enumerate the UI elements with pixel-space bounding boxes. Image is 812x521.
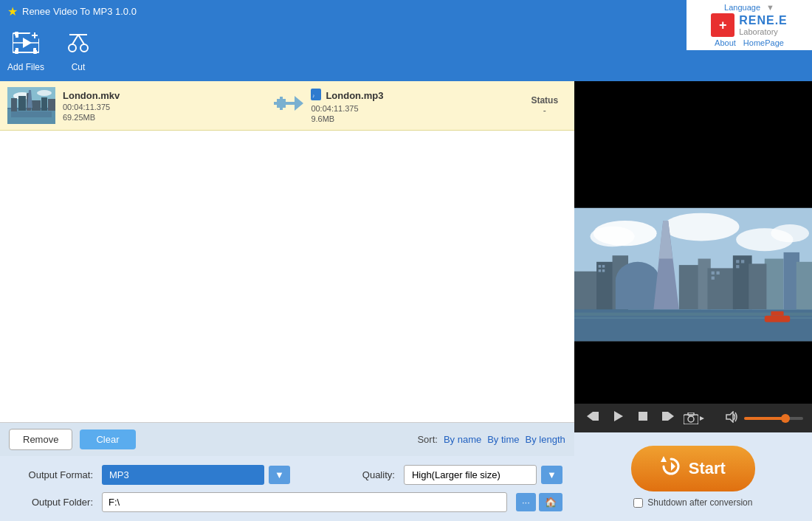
app-title: Renee Video To MP3 1.0.0 [22,6,771,17]
quality-label: Quality: [314,469,395,480]
player-controls [574,404,812,432]
svg-marker-86 [661,456,667,462]
cut-button[interactable]: Cut [66,32,90,72]
file-list-area: London.mkv 00:04:11.375 69.25MB [0,81,574,423]
start-label: Start [689,459,726,478]
svg-rect-76 [593,412,599,421]
format-select[interactable]: MP3 [102,465,264,485]
svg-rect-64 [771,311,783,316]
format-row: Output Format: MP3 ▼ Quality: High(Large… [12,465,562,485]
svg-rect-24 [11,98,17,111]
clear-button[interactable]: Clear [80,429,135,449]
source-file-size: 69.25MB [63,113,266,122]
svg-point-44 [771,224,809,242]
format-select-wrap: MP3 ▼ [102,465,290,485]
sort-by-time-link[interactable]: By time [487,434,519,445]
add-files-icon [13,32,39,59]
svg-rect-63 [765,316,790,322]
preview-top-strip [574,81,812,190]
output-file-duration: 00:04:11.375 [311,104,515,113]
output-file-name: London.mp3 [326,90,383,101]
left-panel: London.mkv 00:04:11.375 69.25MB [0,81,574,521]
svg-rect-25 [18,96,26,111]
quality-select[interactable]: High(Larger file size) [404,465,537,485]
svg-marker-75 [587,412,593,421]
shutdown-label: Shutdown after conversion [647,497,752,508]
file-thumbnail [7,87,55,124]
format-dropdown-arrow[interactable]: ▼ [269,466,290,484]
cut-icon [66,32,90,59]
main-layout: London.mkv 00:04:11.375 69.25MB [0,81,812,521]
svg-rect-7 [14,35,16,38]
brand-sub: Laboratory [739,27,788,36]
brand-bottom-links: About HomePage [715,38,784,47]
language-link[interactable]: Language [724,3,760,12]
svg-rect-9 [14,47,16,50]
app-logo-icon: ★ [7,4,18,18]
svg-rect-78 [639,412,647,421]
svg-rect-35 [283,99,286,108]
remove-button[interactable]: Remove [9,429,72,450]
status-value: - [523,106,567,116]
output-settings: Output Format: MP3 ▼ Quality: High(Large… [0,456,574,521]
play-button[interactable] [608,408,627,428]
svg-rect-68 [602,269,605,272]
title-bar: ★ Renee Video To MP3 1.0.0 Language ▼ + … [0,0,812,22]
svg-marker-6 [23,38,32,48]
svg-rect-59 [749,263,766,309]
svg-text:♪: ♪ [312,93,315,98]
shutdown-checkbox[interactable] [633,498,643,508]
svg-rect-74 [736,265,739,268]
brand-top-links: Language ▼ [724,3,774,12]
screenshot-button[interactable] [684,413,706,424]
svg-rect-27 [32,100,41,111]
source-file-info: London.mkv 00:04:11.375 69.25MB [63,90,266,122]
homepage-link[interactable]: HomePage [743,38,784,47]
svg-marker-84 [700,416,704,421]
shutdown-row: Shutdown after conversion [633,497,752,508]
svg-rect-31 [11,111,52,117]
svg-rect-33 [277,99,280,108]
source-file-name: London.mkv [63,90,266,101]
convert-arrow-icon [274,94,303,117]
start-button[interactable]: Start [631,446,755,491]
skip-back-button[interactable] [583,408,602,428]
output-name-row: ♪ London.mp3 [311,89,515,103]
bottom-bar: Remove Clear Sort: By name By time By le… [0,423,574,456]
svg-rect-47 [796,262,812,309]
folder-buttons: ··· 🏠 [516,493,562,511]
svg-point-15 [80,44,88,52]
preview-main [574,190,812,359]
start-icon [661,456,681,481]
folder-label: Output Folder: [12,497,93,508]
brand-name-block: RENE.E Laboratory [739,14,788,36]
svg-marker-77 [614,411,623,421]
svg-marker-85 [726,412,733,422]
add-files-button[interactable]: Add Files [7,32,44,72]
volume-knob[interactable] [781,414,790,423]
svg-rect-45 [765,259,784,310]
svg-rect-72 [736,260,739,263]
svg-rect-73 [741,260,744,263]
sort-by-name-link[interactable]: By name [444,434,481,445]
svg-rect-29 [48,99,55,111]
quality-dropdown-arrow[interactable]: ▼ [541,466,562,484]
sort-by-length-link[interactable]: By length [526,434,565,445]
skip-forward-button[interactable] [658,408,678,428]
stop-button[interactable] [633,408,653,428]
sort-area: Sort: By name By time By length [417,434,565,445]
volume-slider[interactable] [744,417,803,420]
folder-input[interactable] [102,492,507,512]
svg-rect-66 [602,265,605,267]
output-file-size: 9.6MB [311,114,515,123]
output-file-icon: ♪ [311,89,321,103]
svg-rect-28 [41,97,47,111]
folder-open-button[interactable]: 🏠 [539,493,562,511]
status-column: Status - [523,95,567,116]
svg-point-82 [688,416,694,422]
folder-browse-button[interactable]: ··· [516,493,536,511]
svg-marker-36 [295,96,303,111]
svg-line-17 [78,35,84,44]
about-link[interactable]: About [715,38,736,47]
brand-name: RENE.E [739,14,788,27]
